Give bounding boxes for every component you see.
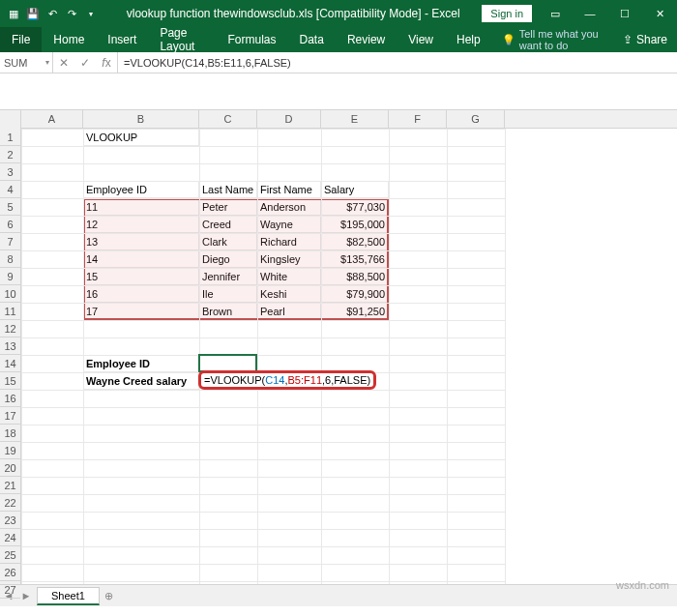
column-header[interactable]: A xyxy=(21,110,83,128)
tab-data[interactable]: Data xyxy=(288,27,336,52)
formula-input[interactable]: =VLOOKUP(C14,B5:E11,6,FALSE) xyxy=(118,52,677,73)
tab-formulas[interactable]: Formulas xyxy=(217,27,288,52)
share-button[interactable]: ⇪ Share xyxy=(613,33,677,46)
cell-D4[interactable]: First Name xyxy=(257,181,321,198)
tab-view[interactable]: View xyxy=(397,27,445,52)
row-header[interactable]: 6 xyxy=(0,216,20,233)
column-headers: ABCDEFG xyxy=(21,110,677,129)
row-header[interactable]: 5 xyxy=(0,198,20,216)
row-header[interactable]: 1 xyxy=(0,129,20,146)
sheet-tabs-bar: ◄ ► Sheet1 ⊕ xyxy=(0,584,677,606)
watermark: wsxdn.com xyxy=(616,579,669,591)
row-header[interactable]: 24 xyxy=(0,529,20,546)
row-header[interactable]: 7 xyxy=(0,233,20,250)
formula-bar: SUM ✕ ✓ fx =VLOOKUP(C14,B5:E11,6,FALSE) xyxy=(0,52,677,73)
row-header[interactable]: 21 xyxy=(0,477,20,494)
window-title: vlookup function thewindowsclub.xls [Com… xyxy=(104,7,482,20)
tab-file[interactable]: File xyxy=(0,27,42,52)
row-header[interactable]: 12 xyxy=(0,320,20,337)
column-header[interactable]: D xyxy=(257,110,321,128)
row-header[interactable]: 3 xyxy=(0,163,20,181)
cell-B14[interactable]: Employee ID xyxy=(83,355,199,372)
name-box[interactable]: SUM xyxy=(0,52,53,73)
column-header[interactable]: E xyxy=(321,110,389,128)
cell-B15[interactable]: Wayne Creed salary xyxy=(83,372,199,390)
save-icon[interactable]: 💾 xyxy=(25,6,41,21)
formula-cell-display[interactable]: =VLOOKUP(C14,B5:F11,6,FALSE) xyxy=(198,370,376,390)
tab-home[interactable]: Home xyxy=(42,27,96,52)
tab-review[interactable]: Review xyxy=(336,27,397,52)
row-header[interactable]: 25 xyxy=(0,546,20,564)
row-header[interactable]: 11 xyxy=(0,303,20,320)
add-sheet-icon[interactable]: ⊕ xyxy=(100,590,119,602)
row-header[interactable]: 8 xyxy=(0,250,20,268)
cell-B1[interactable]: VLOOKUP xyxy=(83,129,199,146)
ribbon-options-icon[interactable]: ▭ xyxy=(538,0,573,27)
undo-icon[interactable]: ↶ xyxy=(44,6,60,21)
spreadsheet-grid: 1234567891011121314151617181920212223242… xyxy=(0,110,677,584)
maximize-button[interactable]: ☐ xyxy=(607,0,642,27)
row-header[interactable]: 18 xyxy=(0,425,20,442)
sheet-tab[interactable]: Sheet1 xyxy=(37,587,100,605)
row-header[interactable]: 16 xyxy=(0,390,20,407)
row-header[interactable]: 2 xyxy=(0,146,20,163)
formula-bar-expand xyxy=(0,73,677,110)
close-button[interactable]: ✕ xyxy=(642,0,677,27)
title-bar: ▦ 💾 ↶ ↷ ▾ vlookup function thewindowsclu… xyxy=(0,0,677,27)
row-header[interactable]: 14 xyxy=(0,355,20,372)
row-header[interactable]: 19 xyxy=(0,442,20,459)
excel-icon: ▦ xyxy=(6,6,21,21)
tab-insert[interactable]: Insert xyxy=(96,27,148,52)
row-header[interactable]: 22 xyxy=(0,494,20,512)
cell-C4[interactable]: Last Name xyxy=(199,181,257,198)
column-header[interactable]: G xyxy=(447,110,505,128)
quick-access-toolbar: ▦ 💾 ↶ ↷ ▾ xyxy=(0,6,104,21)
lightbulb-icon: 💡 xyxy=(502,34,515,46)
row-header[interactable]: 17 xyxy=(0,407,20,425)
tell-me-search[interactable]: 💡 Tell me what you want to do xyxy=(492,28,613,51)
redo-icon[interactable]: ↷ xyxy=(64,6,79,21)
qat-dropdown-icon[interactable]: ▾ xyxy=(83,6,99,21)
column-header[interactable]: F xyxy=(389,110,447,128)
row-header[interactable]: 27 xyxy=(0,581,20,599)
cell-B4[interactable]: Employee ID xyxy=(83,181,199,198)
row-header[interactable]: 26 xyxy=(0,564,20,581)
column-header[interactable]: C xyxy=(199,110,257,128)
cancel-formula-icon[interactable]: ✕ xyxy=(53,56,74,70)
tab-page-layout[interactable]: Page Layout xyxy=(148,27,216,52)
ribbon: File Home Insert Page Layout Formulas Da… xyxy=(0,27,677,52)
column-header[interactable]: B xyxy=(83,110,199,128)
tab-help[interactable]: Help xyxy=(445,27,492,52)
accept-formula-icon[interactable]: ✓ xyxy=(74,56,96,70)
fx-icon[interactable]: fx xyxy=(96,56,117,70)
row-header[interactable]: 4 xyxy=(0,181,20,198)
cell-E4[interactable]: Salary xyxy=(321,181,389,198)
row-header[interactable]: 20 xyxy=(0,459,20,477)
share-icon: ⇪ xyxy=(623,33,633,46)
row-header[interactable]: 15 xyxy=(0,372,20,390)
row-header[interactable]: 9 xyxy=(0,268,20,285)
minimize-button[interactable]: — xyxy=(573,0,607,27)
row-header[interactable]: 10 xyxy=(0,285,20,303)
row-header[interactable]: 13 xyxy=(0,337,20,355)
row-header[interactable]: 23 xyxy=(0,512,20,529)
row-headers: 1234567891011121314151617181920212223242… xyxy=(0,110,21,584)
sign-in-button[interactable]: Sign in xyxy=(482,5,532,22)
